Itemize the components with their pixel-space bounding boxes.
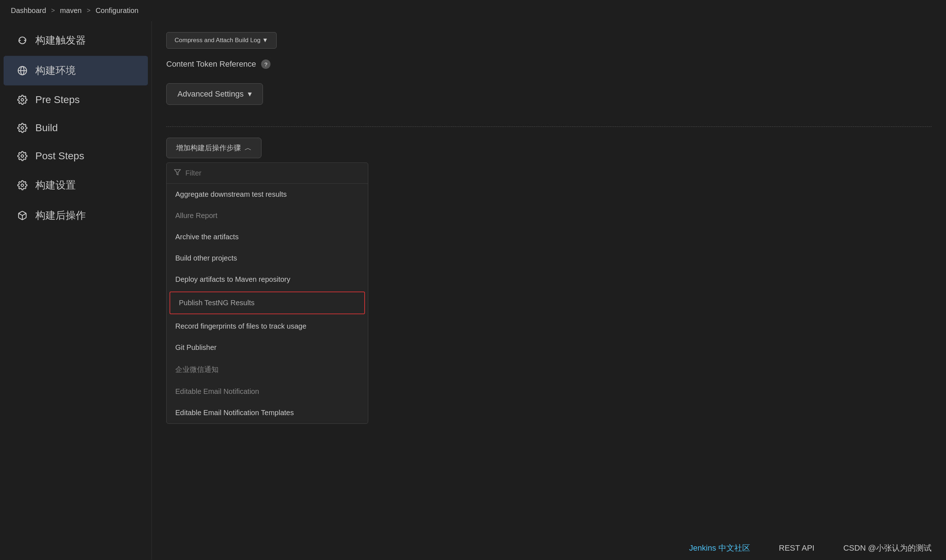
menu-item-git-publisher[interactable]: Git Publisher xyxy=(167,337,368,358)
gear-icon-post xyxy=(17,150,28,162)
breadcrumb-dashboard[interactable]: Dashboard xyxy=(11,6,46,15)
help-icon[interactable]: ? xyxy=(261,60,270,69)
sidebar-item-label: 构建环境 xyxy=(35,64,76,77)
sidebar-item-post-actions[interactable]: 构建后操作 xyxy=(4,201,148,230)
sidebar-item-post-steps[interactable]: Post Steps xyxy=(4,142,148,170)
sidebar-item-label: 构建后操作 xyxy=(35,209,86,222)
add-post-steps-label: 增加构建后操作步骤 xyxy=(176,143,241,153)
rest-api-link[interactable]: REST API xyxy=(779,543,815,553)
menu-item-editable-email-templates[interactable]: Editable Email Notification Templates xyxy=(167,402,368,423)
gear-icon-build xyxy=(17,122,28,134)
footer: Jenkins 中文社区 REST API CSDN @小张认为的测试 xyxy=(675,536,946,560)
main-layout: 构建触发器 构建环境 Pre Steps Build xyxy=(0,21,946,560)
chevron-up-icon: ︿ xyxy=(244,143,252,153)
sidebar-item-pre-steps[interactable]: Pre Steps xyxy=(4,86,148,114)
sidebar-item-build-triggers[interactable]: 构建触发器 xyxy=(4,26,148,55)
gear-icon-pre xyxy=(17,94,28,106)
menu-item-aggregate[interactable]: Aggregate downstream test results xyxy=(167,184,368,205)
content-token-row: Content Token Reference ? xyxy=(166,60,932,69)
sidebar-item-label: 构建触发器 xyxy=(35,34,86,47)
post-steps-dropdown: Aggregate downstream test results Allure… xyxy=(166,163,368,424)
sidebar-item-build-settings[interactable]: 构建设置 xyxy=(4,171,148,200)
filter-input[interactable] xyxy=(185,169,361,177)
sidebar-item-label: Build xyxy=(35,122,58,134)
filter-icon xyxy=(174,169,181,178)
sidebar-item-build[interactable]: Build xyxy=(4,114,148,142)
breadcrumb: Dashboard > maven > Configuration xyxy=(0,0,946,21)
compress-attach-label: Compress and Attach Build Log ▼ xyxy=(174,37,269,44)
menu-item-fingerprints[interactable]: Record fingerprints of files to track us… xyxy=(167,316,368,337)
jenkins-community-link[interactable]: Jenkins 中文社区 xyxy=(689,543,750,554)
chevron-down-icon: ▾ xyxy=(248,89,252,99)
svg-point-3 xyxy=(21,99,24,101)
svg-point-5 xyxy=(21,155,24,157)
content-area: Compress and Attach Build Log ▼ Content … xyxy=(151,21,946,560)
menu-item-wechat[interactable]: 企业微信通知 xyxy=(167,358,368,381)
breadcrumb-configuration: Configuration xyxy=(96,6,139,15)
menu-item-allure[interactable]: Allure Report xyxy=(167,205,368,226)
svg-point-6 xyxy=(21,184,24,187)
sidebar-item-label: 构建设置 xyxy=(35,178,76,192)
breadcrumb-sep1: > xyxy=(51,7,55,14)
menu-item-testng[interactable]: Publish TestNG Results xyxy=(170,292,365,314)
advanced-settings-label: Advanced Settings xyxy=(177,89,244,99)
menu-item-deploy[interactable]: Deploy artifacts to Maven repository xyxy=(167,269,368,290)
menu-item-archive[interactable]: Archive the artifacts xyxy=(167,226,368,248)
svg-marker-8 xyxy=(174,170,181,175)
filter-row xyxy=(167,163,368,184)
content-token-label: Content Token Reference xyxy=(166,60,256,69)
add-post-steps-button[interactable]: 增加构建后操作步骤 ︿ xyxy=(166,138,261,158)
advanced-settings-button[interactable]: Advanced Settings ▾ xyxy=(166,83,263,105)
menu-item-editable-email[interactable]: Editable Email Notification xyxy=(167,381,368,402)
sidebar-item-build-env[interactable]: 构建环境 xyxy=(4,56,148,85)
breadcrumb-sep2: > xyxy=(86,7,91,14)
compress-attach-button[interactable]: Compress and Attach Build Log ▼ xyxy=(166,32,276,49)
menu-item-build-other[interactable]: Build other projects xyxy=(167,248,368,269)
gear-icon-settings xyxy=(17,180,28,191)
sidebar-item-label: Pre Steps xyxy=(35,94,80,106)
loop-icon xyxy=(17,35,28,46)
post-steps-section: 增加构建后操作步骤 ︿ Aggregate downstream test re xyxy=(166,138,932,424)
globe-icon xyxy=(17,65,28,76)
build-env-section: Compress and Attach Build Log ▼ Content … xyxy=(166,21,932,127)
footer-brand: CSDN @小张认为的测试 xyxy=(843,543,932,554)
sidebar-item-label: Post Steps xyxy=(35,150,84,162)
svg-point-4 xyxy=(21,127,24,129)
breadcrumb-maven[interactable]: maven xyxy=(60,6,82,15)
box-icon xyxy=(17,210,28,221)
sidebar: 构建触发器 构建环境 Pre Steps Build xyxy=(0,21,151,560)
